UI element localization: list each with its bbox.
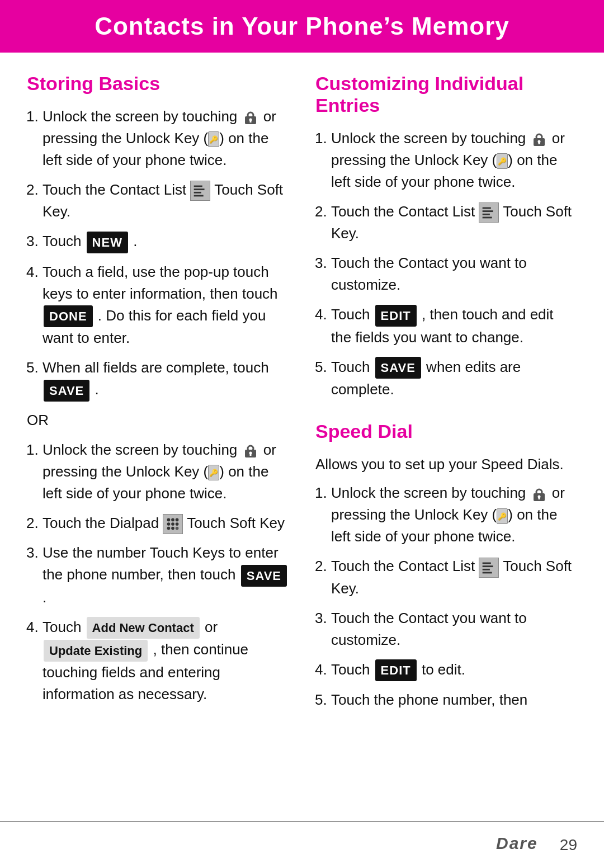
brand-logo: Dare [495, 832, 551, 858]
lock-icon-3 [530, 130, 548, 148]
svg-rect-31 [483, 207, 491, 209]
svg-rect-26 [536, 134, 542, 140]
svg-rect-42 [483, 565, 493, 567]
svg-point-20 [172, 522, 175, 526]
svg-text:Dare: Dare [496, 834, 538, 852]
svg-point-21 [176, 522, 179, 526]
svg-text:🔑: 🔑 [209, 469, 219, 478]
add-new-contact-button: Add New Contact [87, 617, 200, 639]
list-item: Touch the Contact you want to customize. [331, 252, 577, 296]
page-title: Contacts in Your Phone’s Memory [22, 12, 582, 40]
svg-point-17 [172, 518, 175, 522]
svg-text:🔑: 🔑 [498, 512, 507, 521]
or-divider: OR [27, 412, 289, 429]
list-item: Touch EDIT to edit. [331, 659, 577, 682]
svg-rect-5 [191, 181, 210, 200]
list-item: Touch SAVE when edits are complete. [331, 356, 577, 401]
list-item: Touch the Contact List Touch Soft Key. [43, 179, 289, 223]
svg-rect-41 [483, 562, 491, 564]
edit-button-1: EDIT [375, 305, 417, 327]
right-column: Customizing Individual Entries Unlock th… [315, 73, 577, 801]
list-item: Touch Add New Contact or Update Existing… [43, 616, 289, 705]
customizing-title: Customizing Individual Entries [315, 73, 577, 116]
left-column: Storing Basics Unlock the screen by touc… [27, 73, 289, 801]
storing-basics-title: Storing Basics [27, 73, 289, 95]
storing-steps-list: Unlock the screen by touching or pressin… [27, 106, 289, 402]
list-item: Touch the Contact you want to customize. [331, 607, 577, 651]
list-item: Touch NEW . [43, 230, 289, 253]
lock-icon-2 [242, 442, 259, 460]
key-icon: 🔑 [208, 131, 219, 147]
list-item: Touch the phone number, then [331, 689, 577, 711]
svg-rect-33 [483, 214, 490, 215]
list-item: When all fields are complete, touch SAVE… [43, 357, 289, 402]
svg-rect-7 [194, 188, 205, 190]
svg-rect-1 [248, 112, 253, 118]
customizing-steps-list: Unlock the screen by touching or pressin… [315, 128, 577, 400]
done-button: DONE [44, 305, 93, 327]
key-icon-2: 🔑 [208, 465, 219, 480]
dare-logo-svg: Dare [495, 832, 551, 853]
svg-point-19 [167, 522, 171, 526]
list-item: Unlock the screen by touching or pressin… [331, 128, 577, 193]
svg-rect-6 [194, 186, 202, 187]
speed-dial-intro: Allows you to set up your Speed Dials. [315, 454, 577, 475]
svg-point-23 [172, 527, 175, 530]
svg-text:🔑: 🔑 [209, 135, 219, 144]
contacts-list-icon [190, 181, 210, 201]
svg-point-18 [176, 518, 179, 522]
contacts-list-icon-3 [479, 558, 499, 578]
svg-rect-36 [536, 489, 542, 495]
svg-rect-11 [248, 446, 253, 451]
list-item: Touch the Contact List Touch Soft Key. [331, 555, 577, 599]
save-button-1: SAVE [44, 380, 89, 402]
page-number: 29 [560, 836, 577, 854]
key-icon-4: 🔑 [497, 508, 508, 524]
svg-rect-38 [538, 497, 540, 499]
list-item: Touch the Contact List Touch Soft Key. [331, 201, 577, 244]
svg-point-22 [167, 527, 171, 530]
lock-icon [242, 108, 259, 126]
svg-rect-44 [483, 572, 492, 573]
svg-rect-40 [479, 558, 498, 577]
svg-text:🔑: 🔑 [498, 157, 507, 166]
svg-rect-28 [538, 142, 540, 144]
svg-rect-43 [483, 568, 490, 570]
speed-dial-steps-list: Unlock the screen by touching or pressin… [315, 482, 577, 711]
main-content: Storing Basics Unlock the screen by touc… [0, 53, 604, 821]
speed-dial-title: Speed Dial [315, 421, 577, 442]
svg-point-24 [176, 527, 179, 530]
lock-icon-4 [530, 485, 548, 503]
save-button-3: SAVE [375, 357, 421, 379]
update-existing-button: Update Existing [44, 640, 148, 662]
page-footer: Dare 29 [0, 821, 604, 868]
save-button-2: SAVE [241, 565, 287, 587]
list-item: Touch the Dialpad Touch Soft Key [43, 512, 289, 534]
page-header: Contacts in Your Phone’s Memory [0, 0, 604, 53]
svg-rect-30 [479, 203, 498, 222]
contacts-list-icon-2 [479, 202, 499, 223]
list-item: Unlock the screen by touching or pressin… [43, 106, 289, 171]
svg-rect-32 [483, 210, 493, 212]
or-steps-list: Unlock the screen by touching or pressin… [27, 439, 289, 705]
svg-rect-34 [483, 217, 492, 219]
list-item: Use the number Touch Keys to enter the p… [43, 542, 289, 608]
svg-rect-9 [194, 195, 204, 197]
list-item: Unlock the screen by touching or pressin… [331, 482, 577, 548]
svg-rect-3 [249, 120, 251, 122]
svg-rect-8 [194, 192, 201, 194]
svg-rect-13 [249, 454, 251, 456]
speed-dial-section: Speed Dial Allows you to set up your Spe… [315, 421, 577, 711]
new-button: NEW [87, 232, 128, 253]
list-item: Touch EDIT , then touch and edit the fie… [331, 304, 577, 348]
list-item: Unlock the screen by touching or pressin… [43, 439, 289, 504]
edit-button-2: EDIT [375, 659, 417, 681]
dialpad-icon [163, 514, 183, 534]
svg-point-16 [167, 518, 171, 522]
key-icon-3: 🔑 [497, 153, 508, 169]
list-item: Touch a field, use the pop-up touch keys… [43, 261, 289, 350]
